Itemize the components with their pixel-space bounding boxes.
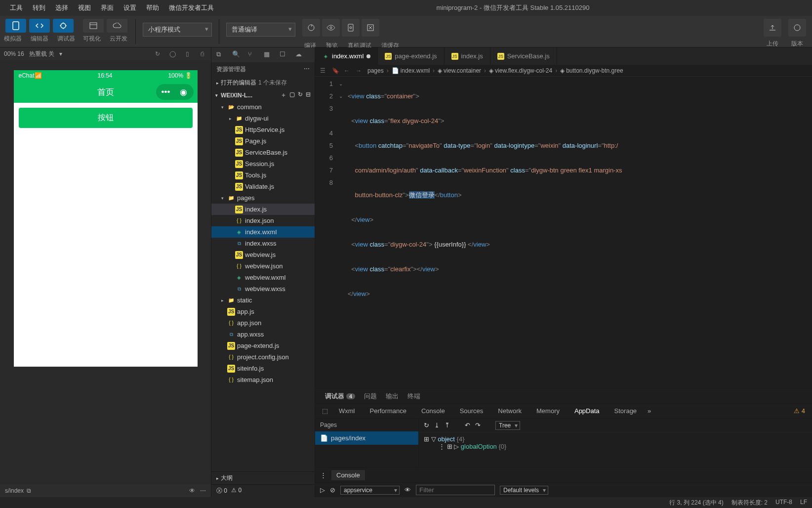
more-icon[interactable]: ⋯ <box>200 487 206 494</box>
wxml-tab[interactable]: Wxml <box>335 406 359 416</box>
console-drawer-tab[interactable]: Console <box>331 470 365 480</box>
menu-wx-devtools[interactable]: 微信开发者工具 <box>164 3 219 12</box>
console-more-icon[interactable]: ⋮ <box>320 471 326 479</box>
visual-toggle[interactable] <box>83 19 104 33</box>
obj-prop[interactable]: ⋮ ⊞ ▷ globalOption {0} <box>424 443 807 450</box>
nav-close-icon[interactable]: ◉ <box>175 85 193 99</box>
menu-settings[interactable]: 设置 <box>119 3 141 12</box>
bc-file[interactable]: 📄 index.wxml <box>392 67 430 74</box>
file-webview-json[interactable]: { }webview.json <box>211 260 315 272</box>
menu-select[interactable]: 选择 <box>50 3 73 12</box>
search-icon[interactable]: 🔍 <box>232 50 241 59</box>
undo-icon[interactable]: ↶ <box>465 422 470 429</box>
filter-input[interactable] <box>416 485 495 495</box>
page-button[interactable]: 按钮 <box>19 108 193 128</box>
menu-help[interactable]: 帮助 <box>141 3 164 12</box>
file-sitemap-json[interactable]: { }sitemap.json <box>211 374 315 385</box>
file-HttpService-js[interactable]: JSHttpService.js <box>211 124 315 135</box>
project-name[interactable]: WEIXIN-L... <box>221 92 252 99</box>
storage-tab[interactable]: Storage <box>610 406 641 416</box>
menu-tools[interactable]: 工具 <box>5 3 28 12</box>
refresh-explorer-icon[interactable]: ↻ <box>298 91 303 99</box>
compile-button[interactable] <box>302 19 320 37</box>
open-editors-section[interactable]: 打开的编辑器 <box>221 79 256 87</box>
cloud-icon[interactable]: ☁ <box>295 50 304 59</box>
console-play-icon[interactable]: ▷ <box>320 486 325 494</box>
menu-ui[interactable]: 界面 <box>96 3 119 12</box>
nav-menu-icon[interactable]: ••• <box>157 85 175 99</box>
file-index-js[interactable]: JSindex.js <box>211 204 315 215</box>
folder-diygw-ui[interactable]: ▸📁diygw-ui <box>211 113 315 124</box>
extensions-icon[interactable]: ▦ <box>264 50 273 59</box>
editor-toggle[interactable] <box>29 19 50 33</box>
remote-debug-button[interactable] <box>342 19 360 37</box>
file-app-json[interactable]: { }app.json <box>211 317 315 329</box>
preview-button[interactable] <box>322 19 340 37</box>
folder-static[interactable]: ▸📁static <box>211 295 315 306</box>
new-folder-icon[interactable]: ▢ <box>289 91 295 99</box>
cloud-toggle[interactable] <box>107 19 127 33</box>
file-Validate-js[interactable]: JSValidate.js <box>211 181 315 192</box>
stop-sim-icon[interactable]: ◯ <box>167 49 177 59</box>
save-data-icon[interactable]: ⤓ <box>434 422 440 429</box>
file-index-wxml[interactable]: ◈index.wxml <box>211 226 315 238</box>
forward-icon[interactable]: → <box>356 67 365 74</box>
code-editor[interactable]: 12345678 ⌄⌄ <view class="container"> <vi… <box>315 77 812 388</box>
scm-icon[interactable]: ⑂ <box>248 50 257 59</box>
obj-root[interactable]: ⊞ ▽ object {4} <box>424 435 807 443</box>
tab-page-extend-js[interactable]: JSpage-extend.js <box>378 47 444 65</box>
upload-button[interactable] <box>764 19 781 37</box>
refresh-sim-icon[interactable]: ↻ <box>153 49 162 59</box>
hot-reload-toggle[interactable]: 热重载 关 <box>29 50 54 58</box>
warning-count[interactable]: ⚠ 0 <box>231 487 242 495</box>
redo-icon[interactable]: ↷ <box>475 422 481 429</box>
warn-badge[interactable]: ⚠ 4 <box>794 407 805 415</box>
console-tab[interactable]: Console <box>417 406 449 416</box>
bookmark-icon[interactable]: ☐ <box>280 50 288 59</box>
file-project-config-json[interactable]: { }project.config.json <box>211 351 315 363</box>
appdata-tab[interactable]: AppData <box>570 406 604 416</box>
tab-size[interactable]: 制表符长度: 2 <box>731 499 768 507</box>
inspect-icon[interactable]: ⬚ <box>322 407 328 415</box>
dt-terminal-tab[interactable]: 终端 <box>407 390 420 403</box>
file-siteinfo-js[interactable]: JSsiteinfo.js <box>211 363 315 374</box>
encoding[interactable]: UTF-8 <box>775 499 792 507</box>
device-icon[interactable]: ▯ <box>182 49 192 59</box>
performance-tab[interactable]: Performance <box>366 406 410 416</box>
more-tabs-icon[interactable]: » <box>648 407 651 415</box>
file-Page-js[interactable]: JSPage.js <box>211 135 315 147</box>
file-app-wxss[interactable]: ⧉app.wxss <box>211 329 315 340</box>
context-dropdown[interactable]: appservice <box>340 486 400 495</box>
menu-goto[interactable]: 转到 <box>28 3 50 12</box>
cursor-position[interactable]: 行 3, 列 224 (选中 4) <box>669 499 723 507</box>
folder-pages[interactable]: ▾📁pages <box>211 192 315 204</box>
error-count[interactable]: ⓧ 0 <box>216 487 227 495</box>
refresh-data-icon[interactable]: ↻ <box>424 422 429 429</box>
tab-index-js[interactable]: JSindex.js <box>445 47 490 65</box>
file-index-wxss[interactable]: ⧉index.wxss <box>211 238 315 249</box>
menu-view[interactable]: 视图 <box>73 3 96 12</box>
explorer-more-icon[interactable]: ⋯ <box>304 65 310 74</box>
dt-output-tab[interactable]: 输出 <box>386 390 399 403</box>
bc-pages[interactable]: pages <box>367 67 384 74</box>
bc-container[interactable]: ◈ view.container <box>438 67 481 74</box>
console-clear-icon[interactable]: ⊘ <box>330 486 335 494</box>
file-ServiceBase-js[interactable]: JSServiceBase.js <box>211 147 315 158</box>
debugger-toggle[interactable] <box>53 19 74 33</box>
clear-cache-button[interactable] <box>362 19 379 37</box>
zoom-display[interactable]: 00% 16 <box>4 50 24 57</box>
console-eye-icon[interactable]: 👁 <box>405 486 411 494</box>
pages-row[interactable]: 📄 pages/index <box>315 431 418 445</box>
dt-debugger-tab[interactable]: 调试器4 <box>325 390 355 403</box>
network-tab[interactable]: Network <box>494 406 526 416</box>
list-icon[interactable]: ☰ <box>320 67 329 74</box>
outline-section[interactable]: 大纲 <box>221 474 233 482</box>
file-Tools-js[interactable]: JSTools.js <box>211 169 315 181</box>
folder-common[interactable]: ▾📂common <box>211 101 315 113</box>
memory-tab[interactable]: Memory <box>532 406 564 416</box>
dt-problems-tab[interactable]: 问题 <box>364 390 377 403</box>
file-index-json[interactable]: { }index.json <box>211 215 315 226</box>
load-data-icon[interactable]: ⤒ <box>445 422 450 429</box>
compile-dropdown[interactable]: 普通编译 <box>226 23 295 37</box>
copy-path-icon[interactable]: ⧉ <box>27 487 31 494</box>
